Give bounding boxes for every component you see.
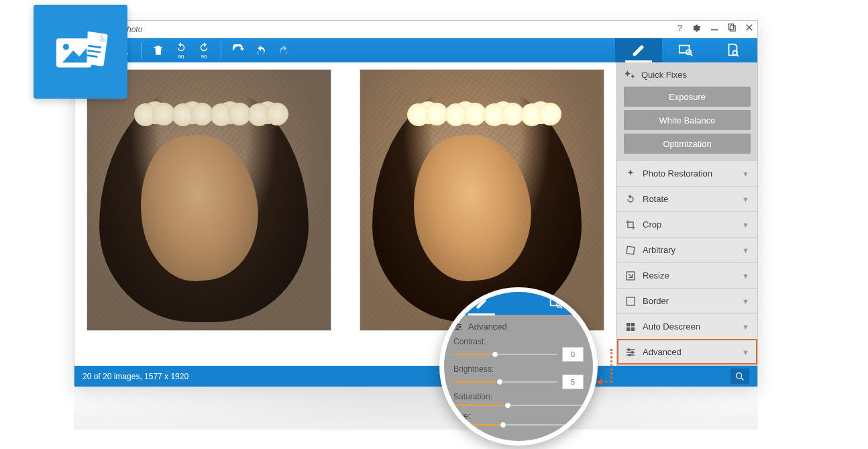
acc-advanced[interactable]: Advanced▼ [617, 339, 757, 364]
slider-brightness: Brightness:5 [453, 364, 584, 389]
quick-fixes-title: Quick Fixes [641, 70, 687, 80]
slider-value[interactable]: 0 [562, 347, 584, 362]
chevron-down-icon: ▼ [742, 195, 749, 203]
chevron-down-icon: ▼ [742, 297, 749, 305]
acc-border[interactable]: Border▼ [617, 288, 757, 313]
acc-arbitrary[interactable]: Arbitrary▼ [617, 237, 757, 262]
slider-track[interactable] [453, 421, 584, 428]
chevron-down-icon: ▼ [742, 221, 749, 229]
chevron-down-icon: ▼ [742, 170, 749, 178]
slider-track[interactable] [453, 351, 557, 358]
slider-label: Hue: [453, 411, 584, 421]
zoom-callout: Advanced Contrast:0Brightness:5Saturatio… [439, 287, 598, 446]
svg-rect-11 [627, 297, 635, 305]
maximize-icon[interactable] [728, 23, 736, 35]
main-area: Quick Fixes Exposure White Balance Optim… [74, 62, 757, 366]
tab-image-search[interactable] [662, 38, 709, 62]
svg-rect-15 [631, 327, 635, 330]
slider-hue: Hue: [453, 411, 584, 428]
refresh-icon[interactable] [228, 40, 248, 60]
statusbar: 20 of 20 images, 1577 x 1920 [74, 366, 757, 387]
app-window: hoto ? 90 90 [74, 20, 758, 386]
side-panel: Quick Fixes Exposure White Balance Optim… [616, 62, 757, 366]
svg-rect-0 [711, 30, 718, 31]
quick-fixes-header: Quick Fixes [617, 62, 757, 87]
slider-value[interactable]: 5 [562, 375, 584, 389]
rotate-right-icon[interactable]: 90 [194, 40, 214, 60]
chevron-down-icon: ▼ [742, 246, 749, 254]
svg-point-16 [628, 348, 630, 350]
acc-rotate[interactable]: Rotate▼ [617, 186, 757, 211]
window-controls: ? [677, 23, 753, 35]
acc-crop[interactable]: Crop▼ [617, 211, 757, 237]
image-after[interactable] [360, 69, 604, 331]
titlebar: hoto ? [74, 21, 757, 38]
chevron-down-icon: ▼ [742, 323, 749, 331]
window-reflection [74, 386, 758, 430]
acc-resize[interactable]: Resize▼ [617, 262, 757, 288]
delete-icon[interactable] [148, 40, 168, 60]
help-icon[interactable]: ? [677, 23, 682, 35]
optimization-button[interactable]: Optimization [624, 134, 751, 154]
chevron-down-icon: ▼ [742, 348, 749, 356]
status-tool-icon[interactable] [730, 368, 749, 384]
svg-rect-20 [550, 299, 559, 305]
slider-track[interactable] [453, 402, 584, 409]
status-text: 20 of 20 images, 1577 x 1920 [83, 372, 188, 381]
gear-icon[interactable] [692, 23, 701, 35]
close-icon[interactable] [745, 23, 753, 35]
redo-icon[interactable] [274, 40, 294, 60]
svg-point-17 [631, 351, 633, 353]
minimize-icon[interactable] [710, 23, 718, 35]
toolbar: 90 90 [74, 38, 757, 62]
acc-photo-restoration[interactable]: Photo Restoration▼ [617, 160, 757, 186]
svg-point-27 [63, 44, 69, 50]
slider-track[interactable] [453, 379, 557, 385]
chevron-down-icon: ▼ [742, 272, 749, 280]
svg-rect-1 [728, 24, 734, 30]
svg-rect-14 [627, 327, 630, 330]
acc-auto-descreen[interactable]: Auto Descreen▼ [617, 313, 757, 339]
svg-point-19 [737, 372, 742, 378]
rotate-left-icon[interactable]: 90 [171, 40, 191, 60]
svg-rect-2 [730, 26, 735, 31]
svg-rect-9 [627, 246, 635, 254]
svg-point-18 [629, 354, 631, 356]
white-balance-button[interactable]: White Balance [624, 110, 751, 130]
image-before[interactable] [87, 69, 331, 331]
quick-fixes-buttons: Exposure White Balance Optimization [617, 87, 757, 160]
svg-rect-13 [631, 323, 635, 326]
undo-icon[interactable] [251, 40, 271, 60]
slider-label: Saturation: [453, 392, 584, 401]
svg-rect-6 [680, 46, 690, 53]
toolbar-tabs [615, 38, 756, 62]
callout-arrow [600, 349, 612, 383]
app-icon [34, 5, 127, 99]
svg-rect-12 [627, 323, 630, 326]
slider-saturation: Saturation: [453, 392, 584, 409]
slider-contrast: Contrast:0 [453, 337, 584, 362]
zoom-section-header: Advanced [453, 320, 584, 334]
slider-label: Brightness: [453, 364, 584, 374]
tab-document-search[interactable] [709, 38, 756, 62]
svg-point-22 [456, 323, 457, 325]
tab-edit[interactable] [615, 38, 662, 62]
exposure-button[interactable]: Exposure [624, 87, 751, 107]
svg-point-24 [457, 328, 458, 330]
svg-point-23 [459, 326, 460, 327]
slider-label: Contrast: [453, 337, 584, 346]
